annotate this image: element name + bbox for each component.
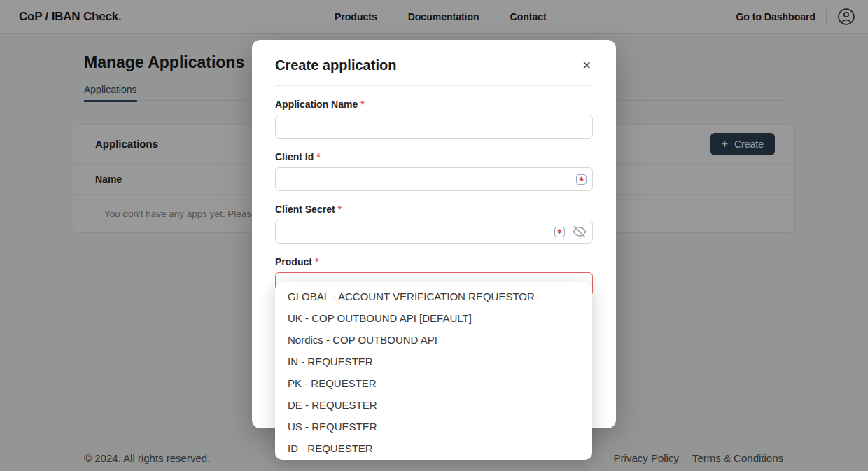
required-asterisk: * — [338, 204, 342, 215]
eye-off-icon[interactable] — [573, 225, 587, 239]
required-asterisk: * — [360, 99, 364, 110]
client-secret-label: Client Secret* — [275, 204, 593, 215]
client-secret-field-wrap: ✱ — [275, 220, 593, 244]
dropdown-option[interactable]: GLOBAL - ACCOUNT VERIFICATION REQUESTOR — [275, 286, 592, 307]
dropdown-option[interactable]: DE - REQUESTER — [275, 394, 592, 416]
client-id-field-wrap: ✱ — [275, 167, 593, 191]
application-name-label: Application Name* — [275, 99, 593, 110]
modal-divider — [275, 85, 593, 86]
dropdown-option[interactable]: UK - COP OUTBOUND API [DEFAULT] — [275, 307, 592, 329]
client-id-label: Client Id* — [275, 151, 593, 162]
dropdown-option[interactable]: Nordics - COP OUTBOUND API — [275, 329, 592, 351]
modal-title: Create application — [275, 57, 396, 73]
password-manager-autofill-icon[interactable]: ✱ — [576, 174, 587, 185]
product-dropdown-list: GLOBAL - ACCOUNT VERIFICATION REQUESTOR … — [275, 282, 592, 460]
dropdown-option[interactable]: PK - REQUESTER — [275, 372, 592, 394]
client-secret-input[interactable] — [275, 220, 593, 244]
dropdown-option[interactable]: US - REQUESTER — [275, 416, 592, 437]
required-asterisk: * — [316, 151, 320, 162]
dropdown-option[interactable]: ID - REQUESTER — [275, 437, 592, 459]
product-label: Product* — [275, 256, 593, 267]
password-manager-autofill-icon[interactable]: ✱ — [554, 227, 565, 237]
client-id-input[interactable] — [275, 167, 593, 191]
required-asterisk: * — [315, 256, 318, 267]
application-name-input[interactable] — [275, 115, 593, 139]
application-name-field-wrap — [275, 115, 593, 139]
modal-header: Create application ✕ — [275, 40, 593, 73]
close-icon[interactable]: ✕ — [581, 59, 593, 73]
dropdown-option[interactable]: IN - REQUESTER — [275, 351, 592, 372]
